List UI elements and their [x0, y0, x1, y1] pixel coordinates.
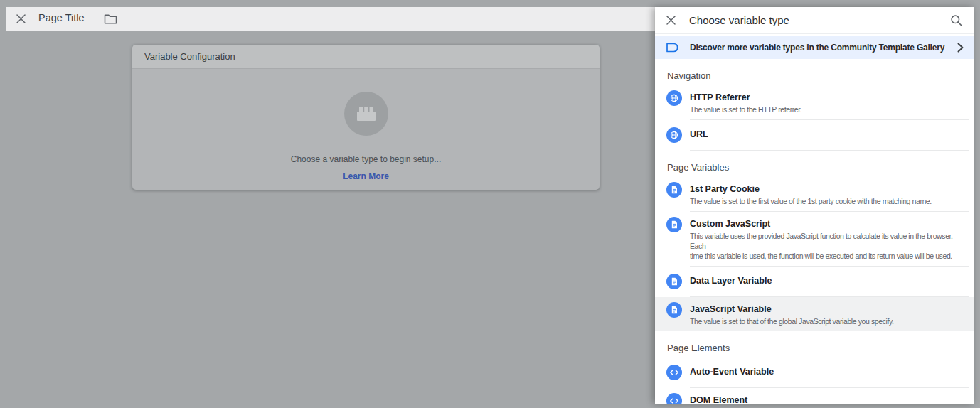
variable-type-item-javascript-variable[interactable]: JavaScript VariableThe value is set to t…	[655, 297, 974, 331]
template-gallery-icon	[666, 42, 679, 53]
section-label: Navigation	[655, 59, 974, 85]
section-label: Page Elements	[655, 331, 974, 358]
editor-topbar: Page Title	[6, 7, 655, 31]
variable-type-section-page-variables: Page Variables1st Party CookieThe value …	[655, 151, 974, 331]
variable-type-item-http-referrer[interactable]: HTTP ReferrerThe value is set to the HTT…	[655, 85, 974, 119]
close-panel-icon[interactable]	[665, 15, 676, 26]
code-icon	[666, 393, 682, 404]
variable-type-section-navigation: NavigationHTTP ReferrerThe value is set …	[655, 59, 974, 151]
variable-type-description: The value is set to the HTTP referrer.	[690, 104, 801, 114]
choose-variable-type-panel: Choose variable type Discover more varia…	[655, 7, 974, 404]
card-hint-text: Choose a variable type to begin setup...	[132, 154, 600, 164]
variable-type-title: Data Layer Variable	[690, 276, 772, 286]
variable-type-item-url[interactable]: URL	[655, 120, 974, 150]
document-icon	[666, 182, 682, 198]
variable-type-item-dom-element[interactable]: DOM ElementThe value is set to the text …	[655, 388, 974, 404]
variable-type-text: JavaScript VariableThe value is set to t…	[690, 302, 894, 326]
chevron-right-icon	[957, 43, 964, 53]
variable-type-title: URL	[690, 129, 708, 140]
variable-placeholder-icon	[344, 92, 388, 136]
variable-type-text: URL	[690, 127, 708, 140]
variable-type-item-1st-party-cookie[interactable]: 1st Party CookieThe value is set to the …	[655, 177, 974, 211]
close-editor-icon[interactable]	[16, 14, 26, 24]
variable-type-title: Custom JavaScript	[690, 219, 969, 230]
variable-type-section-page-elements: Page ElementsAuto-Event VariableDOM Elem…	[655, 331, 974, 404]
variable-type-text: Custom JavaScriptThis variable uses the …	[690, 217, 969, 261]
variable-type-item-data-layer-variable[interactable]: Data Layer Variable	[655, 267, 974, 296]
variable-type-title: DOM Element	[690, 395, 962, 404]
variable-configuration-card: Variable Configuration Choose a variable…	[132, 45, 600, 190]
variable-type-description: This variable uses the provided JavaScri…	[690, 231, 969, 261]
code-icon	[666, 365, 682, 380]
community-gallery-banner[interactable]: Discover more variable types in the Comm…	[655, 36, 974, 59]
document-icon	[666, 302, 682, 318]
page-title-field[interactable]: Page Title	[37, 12, 95, 26]
variable-type-list: NavigationHTTP ReferrerThe value is set …	[655, 59, 974, 404]
card-body: Choose a variable type to begin setup...…	[132, 92, 600, 182]
learn-more-link[interactable]: Learn More	[343, 171, 389, 181]
variable-type-item-custom-javascript[interactable]: Custom JavaScriptThis variable uses the …	[655, 212, 974, 266]
variable-type-title: Auto-Event Variable	[690, 367, 774, 377]
panel-header: Choose variable type	[655, 7, 974, 34]
card-title: Variable Configuration	[132, 45, 600, 69]
globe-icon	[666, 90, 682, 106]
variable-type-text: 1st Party CookieThe value is set to the …	[690, 182, 932, 206]
banner-label: Discover more variable types in the Comm…	[690, 43, 957, 53]
variable-type-description: The value is set to that of the global J…	[690, 316, 894, 326]
document-icon	[666, 217, 682, 232]
search-icon[interactable]	[950, 14, 963, 27]
folder-icon[interactable]	[104, 14, 117, 25]
globe-icon	[666, 127, 682, 143]
variable-type-item-auto-event-variable[interactable]: Auto-Event Variable	[655, 358, 974, 387]
variable-type-text: Auto-Event Variable	[690, 365, 774, 377]
variable-type-text: DOM ElementThe value is set to the text …	[690, 393, 962, 404]
screen: Page Title Variable Configuration Choose…	[0, 0, 980, 408]
variable-type-description: The value is set to the first value of t…	[690, 196, 932, 206]
variable-type-title: JavaScript Variable	[690, 304, 894, 315]
variable-type-text: HTTP ReferrerThe value is set to the HTT…	[690, 90, 801, 114]
variable-type-title: 1st Party Cookie	[690, 184, 932, 195]
section-label: Page Variables	[655, 151, 974, 177]
variable-type-title: HTTP Referrer	[690, 92, 801, 103]
document-icon	[666, 274, 682, 289]
variable-type-text: Data Layer Variable	[690, 274, 772, 286]
panel-title: Choose variable type	[689, 14, 950, 26]
